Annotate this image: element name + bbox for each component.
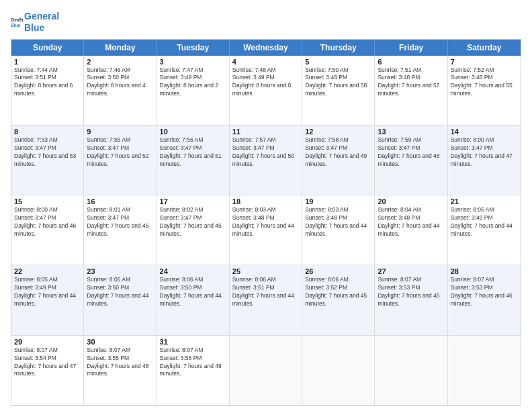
page: General Blue General Blue SundayMondayTu… [0, 0, 532, 411]
day-number: 16 [87, 197, 153, 205]
calendar-day-cell: 22Sunrise: 8:05 AMSunset: 3:49 PMDayligh… [11, 265, 84, 334]
calendar-day-cell: 14Sunrise: 8:00 AMSunset: 3:47 PMDayligh… [448, 126, 521, 195]
calendar-header-cell: Wednesday [230, 40, 302, 56]
day-number: 5 [305, 58, 371, 66]
calendar-day-cell: 7Sunrise: 7:52 AMSunset: 3:48 PMDaylight… [448, 56, 521, 125]
day-info: Sunrise: 7:55 AMSunset: 3:47 PMDaylight:… [87, 136, 153, 169]
calendar: SundayMondayTuesdayWednesdayThursdayFrid… [11, 39, 521, 406]
calendar-day-cell: 9Sunrise: 7:55 AMSunset: 3:47 PMDaylight… [84, 126, 157, 195]
logo-text: General Blue [24, 11, 59, 34]
day-number: 8 [14, 128, 81, 136]
day-number: 21 [451, 197, 518, 205]
calendar-day-cell: 25Sunrise: 8:06 AMSunset: 3:51 PMDayligh… [230, 265, 302, 334]
calendar-week-row: 15Sunrise: 8:00 AMSunset: 3:47 PMDayligh… [11, 195, 521, 265]
calendar-day-cell: 27Sunrise: 8:07 AMSunset: 3:53 PMDayligh… [375, 265, 447, 334]
day-number: 19 [305, 197, 371, 205]
day-number: 3 [160, 58, 226, 66]
day-info: Sunrise: 7:53 AMSunset: 3:47 PMDaylight:… [14, 136, 81, 169]
calendar-day-cell: 16Sunrise: 8:01 AMSunset: 3:47 PMDayligh… [84, 195, 157, 265]
header: General Blue General Blue [11, 11, 521, 34]
day-number: 9 [87, 128, 153, 136]
day-info: Sunrise: 8:07 AMSunset: 3:56 PMDaylight:… [160, 347, 226, 379]
calendar-day-cell: 12Sunrise: 7:58 AMSunset: 3:47 PMDayligh… [302, 126, 375, 195]
calendar-empty-cell [230, 336, 302, 405]
day-info: Sunrise: 8:05 AMSunset: 3:50 PMDaylight:… [87, 276, 153, 308]
calendar-day-cell: 4Sunrise: 7:48 AMSunset: 3:49 PMDaylight… [230, 56, 302, 125]
day-number: 24 [160, 267, 226, 275]
day-number: 2 [87, 58, 153, 66]
day-info: Sunrise: 8:05 AMSunset: 3:49 PMDaylight:… [451, 206, 518, 238]
day-info: Sunrise: 7:52 AMSunset: 3:48 PMDaylight:… [451, 66, 518, 99]
calendar-empty-cell [375, 336, 447, 405]
calendar-day-cell: 18Sunrise: 8:03 AMSunset: 3:48 PMDayligh… [230, 195, 302, 265]
calendar-week-row: 22Sunrise: 8:05 AMSunset: 3:49 PMDayligh… [11, 265, 521, 335]
calendar-day-cell: 2Sunrise: 7:46 AMSunset: 3:50 PMDaylight… [84, 56, 157, 125]
day-number: 22 [14, 267, 81, 275]
day-info: Sunrise: 7:48 AMSunset: 3:49 PMDaylight:… [232, 66, 299, 99]
calendar-header-row: SundayMondayTuesdayWednesdayThursdayFrid… [11, 40, 521, 56]
calendar-day-cell: 6Sunrise: 7:51 AMSunset: 3:48 PMDaylight… [375, 56, 447, 125]
logo-icon: General Blue [11, 16, 23, 28]
day-number: 13 [378, 128, 444, 136]
day-info: Sunrise: 7:44 AMSunset: 3:51 PMDaylight:… [14, 66, 81, 99]
day-number: 28 [451, 267, 518, 275]
day-info: Sunrise: 8:03 AMSunset: 3:48 PMDaylight:… [305, 206, 371, 238]
day-number: 1 [14, 58, 81, 66]
calendar-header-cell: Tuesday [157, 40, 230, 56]
day-info: Sunrise: 8:02 AMSunset: 3:47 PMDaylight:… [160, 206, 226, 238]
day-number: 12 [305, 128, 371, 136]
calendar-week-row: 29Sunrise: 8:07 AMSunset: 3:54 PMDayligh… [11, 336, 521, 405]
day-info: Sunrise: 7:56 AMSunset: 3:47 PMDaylight:… [160, 136, 226, 169]
calendar-header-cell: Monday [84, 40, 157, 56]
calendar-day-cell: 11Sunrise: 7:57 AMSunset: 3:47 PMDayligh… [230, 126, 302, 195]
calendar-day-cell: 17Sunrise: 8:02 AMSunset: 3:47 PMDayligh… [157, 195, 230, 265]
calendar-day-cell: 24Sunrise: 8:06 AMSunset: 3:50 PMDayligh… [157, 265, 230, 334]
day-number: 23 [87, 267, 153, 275]
logo: General Blue General Blue [11, 11, 59, 34]
day-number: 30 [87, 338, 153, 346]
calendar-empty-cell [448, 336, 521, 405]
svg-text:Blue: Blue [11, 22, 21, 27]
calendar-day-cell: 19Sunrise: 8:03 AMSunset: 3:48 PMDayligh… [302, 195, 375, 265]
calendar-week-row: 1Sunrise: 7:44 AMSunset: 3:51 PMDaylight… [11, 56, 521, 126]
day-number: 31 [160, 338, 226, 346]
day-number: 25 [232, 267, 299, 275]
day-info: Sunrise: 7:50 AMSunset: 3:48 PMDaylight:… [305, 66, 371, 99]
day-info: Sunrise: 7:47 AMSunset: 3:49 PMDaylight:… [160, 66, 226, 99]
calendar-day-cell: 3Sunrise: 7:47 AMSunset: 3:49 PMDaylight… [157, 56, 230, 125]
day-info: Sunrise: 7:51 AMSunset: 3:48 PMDaylight:… [378, 66, 444, 99]
calendar-empty-cell [302, 336, 375, 405]
day-info: Sunrise: 8:06 AMSunset: 3:52 PMDaylight:… [305, 276, 371, 308]
calendar-day-cell: 30Sunrise: 8:07 AMSunset: 3:55 PMDayligh… [84, 336, 157, 405]
day-info: Sunrise: 8:05 AMSunset: 3:49 PMDaylight:… [14, 276, 81, 308]
day-info: Sunrise: 8:04 AMSunset: 3:48 PMDaylight:… [378, 206, 444, 238]
day-info: Sunrise: 8:01 AMSunset: 3:47 PMDaylight:… [87, 206, 153, 238]
calendar-day-cell: 5Sunrise: 7:50 AMSunset: 3:48 PMDaylight… [302, 56, 375, 125]
calendar-day-cell: 20Sunrise: 8:04 AMSunset: 3:48 PMDayligh… [375, 195, 447, 265]
day-info: Sunrise: 7:46 AMSunset: 3:50 PMDaylight:… [87, 66, 153, 99]
day-info: Sunrise: 8:00 AMSunset: 3:47 PMDaylight:… [451, 136, 518, 169]
day-info: Sunrise: 8:00 AMSunset: 3:47 PMDaylight:… [14, 206, 81, 238]
day-number: 14 [451, 128, 518, 136]
day-number: 7 [451, 58, 518, 66]
calendar-body: 1Sunrise: 7:44 AMSunset: 3:51 PMDaylight… [11, 56, 521, 405]
day-number: 6 [378, 58, 444, 66]
day-info: Sunrise: 7:58 AMSunset: 3:47 PMDaylight:… [305, 136, 371, 169]
calendar-day-cell: 15Sunrise: 8:00 AMSunset: 3:47 PMDayligh… [11, 195, 84, 265]
day-info: Sunrise: 8:07 AMSunset: 3:55 PMDaylight:… [87, 347, 153, 379]
day-number: 11 [232, 128, 299, 136]
day-number: 10 [160, 128, 226, 136]
calendar-day-cell: 31Sunrise: 8:07 AMSunset: 3:56 PMDayligh… [157, 336, 230, 405]
calendar-header-cell: Saturday [448, 40, 521, 56]
day-info: Sunrise: 8:07 AMSunset: 3:53 PMDaylight:… [451, 276, 518, 308]
day-info: Sunrise: 8:06 AMSunset: 3:50 PMDaylight:… [160, 276, 226, 308]
day-number: 17 [160, 197, 226, 205]
calendar-day-cell: 23Sunrise: 8:05 AMSunset: 3:50 PMDayligh… [84, 265, 157, 334]
calendar-header-cell: Sunday [11, 40, 84, 56]
day-info: Sunrise: 7:57 AMSunset: 3:47 PMDaylight:… [232, 136, 299, 169]
calendar-day-cell: 10Sunrise: 7:56 AMSunset: 3:47 PMDayligh… [157, 126, 230, 195]
day-number: 27 [378, 267, 444, 275]
day-number: 4 [232, 58, 299, 66]
day-info: Sunrise: 8:07 AMSunset: 3:54 PMDaylight:… [14, 347, 81, 379]
calendar-day-cell: 29Sunrise: 8:07 AMSunset: 3:54 PMDayligh… [11, 336, 84, 405]
